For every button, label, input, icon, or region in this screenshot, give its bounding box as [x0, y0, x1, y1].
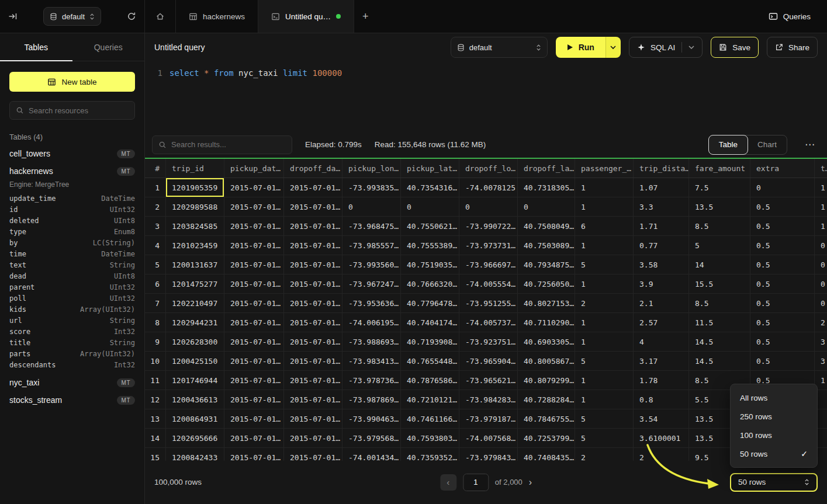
table-cell[interactable]: 6 — [575, 217, 634, 235]
table-cell[interactable]: 40.7408435… — [518, 448, 575, 461]
new-tab-button[interactable]: + — [354, 0, 377, 33]
row-number-cell[interactable]: 12 — [145, 390, 166, 409]
column-row-score[interactable]: scoreInt32 — [0, 326, 144, 337]
table-cell[interactable]: 1 — [575, 371, 634, 390]
table-cell[interactable]: -73.965621… — [459, 371, 518, 390]
page-size-option[interactable]: All rows — [731, 388, 817, 407]
table-cell[interactable]: -73.984283… — [459, 390, 518, 409]
table-cell[interactable]: -73.988693… — [342, 332, 401, 351]
column-header[interactable]: t… — [815, 159, 827, 178]
table-cell[interactable]: 2015-07-01… — [284, 313, 342, 332]
row-number-cell[interactable]: 14 — [145, 429, 166, 447]
column-header[interactable]: pickup_lat… — [401, 159, 459, 178]
table-cell[interactable]: 3.17 — [634, 352, 689, 370]
view-chart-button[interactable]: Chart — [748, 135, 787, 154]
page-size-option[interactable]: 50 rows✓ — [731, 444, 817, 463]
table-cell[interactable]: 2015-07-01… — [224, 274, 284, 293]
table-cell[interactable]: 1200864931 — [166, 409, 224, 428]
row-number-cell[interactable]: 9 — [145, 332, 166, 351]
table-cell[interactable]: 5 — [575, 255, 634, 274]
table-cell[interactable]: 1202628300 — [166, 332, 224, 351]
table-cell[interactable]: 2015-07-01… — [284, 274, 342, 293]
column-row-descendants[interactable]: descendantsInt32 — [0, 359, 144, 370]
more-options-icon[interactable]: ⋯ — [800, 138, 820, 151]
table-cell[interactable]: -73.987869… — [342, 390, 401, 409]
column-row-poll[interactable]: pollUInt32 — [0, 293, 144, 304]
table-cell[interactable]: 0 — [518, 197, 575, 216]
table-cell[interactable]: 0 — [815, 294, 827, 312]
table-cell[interactable]: 1201746944 — [166, 371, 224, 390]
row-number-cell[interactable]: 11 — [145, 371, 166, 390]
table-cell[interactable]: 2 — [575, 448, 634, 461]
share-button[interactable]: Share — [767, 37, 818, 58]
column-row-deleted[interactable]: deletedUInt8 — [0, 215, 144, 226]
column-header[interactable]: trip_id — [166, 159, 224, 178]
table-cell[interactable]: 7.5 — [689, 178, 750, 197]
row-number-cell[interactable]: 5 — [145, 255, 166, 274]
table-cell[interactable]: 2015-07-01… — [224, 178, 284, 197]
table-cell[interactable]: 2015-07-01… — [224, 313, 284, 332]
table-cell[interactable]: 2015-07-01… — [284, 236, 342, 255]
column-row-dead[interactable]: deadUInt8 — [0, 270, 144, 281]
table-cell[interactable]: 2015-07-01… — [284, 217, 342, 235]
column-row-by[interactable]: byLC(String) — [0, 237, 144, 248]
table-cell[interactable]: 0.5 — [750, 236, 815, 255]
table-cell[interactable]: -73.967247… — [342, 274, 401, 293]
save-button[interactable]: Save — [711, 37, 759, 58]
table-cell[interactable]: -73.993560… — [342, 255, 401, 274]
table-cell[interactable]: 1 — [575, 236, 634, 255]
tab-hackernews[interactable]: hackernews — [176, 0, 258, 33]
table-cell[interactable]: 11.5 — [689, 313, 750, 332]
table-cell[interactable]: -74.005554… — [459, 274, 518, 293]
table-cell[interactable]: 40.7253799… — [518, 429, 575, 447]
column-row-title[interactable]: titleString — [0, 337, 144, 348]
table-cell[interactable]: 3.6100001 — [634, 429, 689, 447]
column-header[interactable]: dropoff_da… — [284, 159, 342, 178]
table-cell[interactable]: 0.5 — [750, 313, 815, 332]
table-cell[interactable]: 40.8005867… — [518, 352, 575, 370]
column-header[interactable]: dropoff_la… — [518, 159, 575, 178]
table-cell[interactable]: 1200425150 — [166, 352, 224, 370]
tab-untitled-query[interactable]: Untitled qu… — [258, 0, 354, 33]
table-cell[interactable]: 40.7655448… — [401, 352, 459, 370]
table-cell[interactable]: 2015-07-01… — [224, 217, 284, 235]
column-row-url[interactable]: urlString — [0, 315, 144, 326]
table-cell[interactable]: 1201475277 — [166, 274, 224, 293]
table-cell[interactable]: 1202944231 — [166, 313, 224, 332]
table-cell[interactable]: 14.5 — [689, 332, 750, 351]
table-cell[interactable]: -74.006195… — [342, 313, 401, 332]
table-cell[interactable]: -73.983413… — [342, 352, 401, 370]
table-cell[interactable]: 1200436613 — [166, 390, 224, 409]
table-cell[interactable]: 3 — [815, 352, 827, 370]
table-cell[interactable]: 40.7508049… — [518, 217, 575, 235]
table-cell[interactable]: -73.973731… — [459, 236, 518, 255]
collapse-sidebar-icon[interactable] — [8, 12, 18, 21]
table-cell[interactable]: 14 — [689, 255, 750, 274]
table-cell[interactable]: -73.965904… — [459, 352, 518, 370]
row-number-cell[interactable]: 1 — [145, 178, 166, 197]
column-header[interactable]: extra — [750, 159, 815, 178]
table-cell[interactable]: 40.7318305… — [518, 178, 575, 197]
table-cell[interactable]: 8.5 — [689, 217, 750, 235]
table-cell[interactable]: 40.7359352… — [401, 448, 459, 461]
table-cell[interactable]: 1201023459 — [166, 236, 224, 255]
table-cell[interactable]: 2015-07-01… — [284, 409, 342, 428]
table-cell[interactable]: 1202989588 — [166, 197, 224, 216]
row-number-cell[interactable]: 8 — [145, 313, 166, 332]
table-cell[interactable]: 2015-07-01… — [284, 197, 342, 216]
table-cell[interactable]: 1.71 — [634, 217, 689, 235]
table-cell[interactable]: 2015-07-01… — [224, 197, 284, 216]
table-cell[interactable]: 40.7210121… — [401, 390, 459, 409]
table-cell[interactable]: -74.001434… — [342, 448, 401, 461]
table-cell[interactable]: 1200842433 — [166, 448, 224, 461]
table-cell[interactable]: 1202695666 — [166, 429, 224, 447]
column-row-text[interactable]: textString — [0, 259, 144, 270]
table-cell[interactable]: -73.923751… — [459, 332, 518, 351]
run-options-button[interactable] — [605, 37, 621, 58]
table-cell[interactable]: 5 — [575, 429, 634, 447]
table-cell[interactable]: 1 — [575, 178, 634, 197]
column-row-parent[interactable]: parentUInt32 — [0, 281, 144, 293]
table-cell[interactable]: 8.5 — [689, 294, 750, 312]
table-cell[interactable]: 2015-07-01… — [284, 294, 342, 312]
table-cell[interactable]: -74.0078125 — [459, 178, 518, 197]
